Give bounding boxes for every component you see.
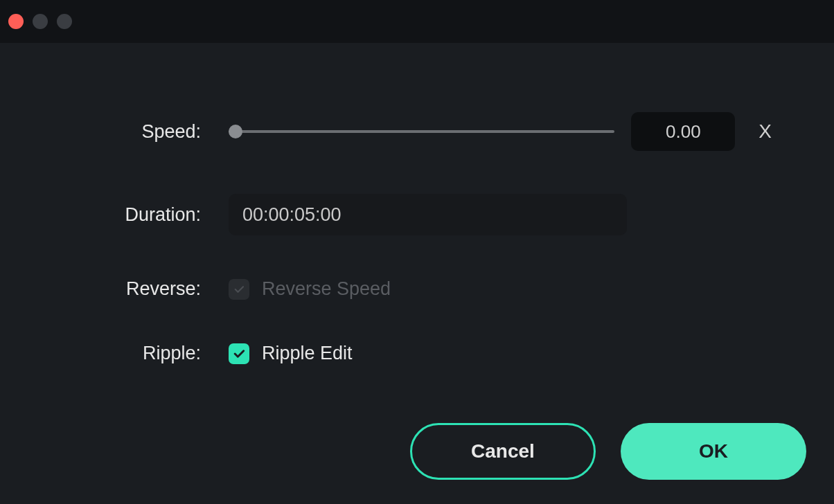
minimize-window-button[interactable] [33,14,48,29]
check-icon [233,283,245,296]
reverse-checkbox [229,279,249,300]
reverse-controls: Reverse Speed [229,278,779,300]
dialog-body: Speed: 0.00 X Duration: Reverse: [0,43,834,435]
speed-value-input[interactable]: 0.00 [631,112,735,151]
maximize-window-button[interactable] [57,14,72,29]
speed-label: Speed: [55,121,229,143]
speed-slider-track [229,130,614,133]
titlebar [0,0,834,43]
cancel-button[interactable]: Cancel [410,423,596,480]
reverse-checkbox-label: Reverse Speed [262,278,391,300]
speed-slider-thumb[interactable] [229,125,242,138]
speed-slider[interactable] [229,123,614,140]
ripple-checkbox-label: Ripple Edit [262,343,353,364]
duration-row: Duration: [55,194,779,235]
button-row: Cancel OK [410,423,806,480]
reverse-row: Reverse: Reverse Speed [55,278,779,300]
duration-input[interactable] [229,194,627,235]
reverse-label: Reverse: [55,278,229,300]
ripple-checkbox[interactable] [229,343,249,364]
ripple-controls: Ripple Edit [229,343,779,364]
speed-unit-label: X [752,120,779,143]
check-icon [232,347,246,361]
close-window-button[interactable] [8,14,24,29]
speed-row: Speed: 0.00 X [55,112,779,151]
ripple-checkbox-group: Ripple Edit [229,343,353,364]
duration-label: Duration: [55,204,229,226]
ok-button[interactable]: OK [621,423,806,480]
duration-controls [229,194,779,235]
ripple-row: Ripple: Ripple Edit [55,343,779,364]
ripple-label: Ripple: [55,343,229,364]
reverse-checkbox-group: Reverse Speed [229,278,391,300]
speed-controls: 0.00 X [229,112,779,151]
